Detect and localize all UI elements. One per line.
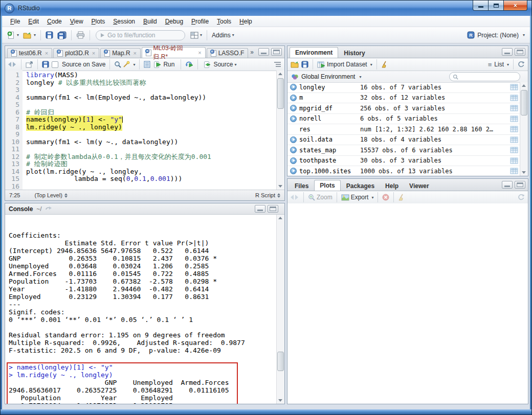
menu-item-debug[interactable]: Debug: [161, 17, 187, 26]
view-data-icon[interactable]: [510, 84, 519, 90]
open-file-dropdown-icon[interactable]: ▾: [34, 33, 36, 37]
console-popout-icon[interactable]: [45, 206, 52, 212]
code-text[interactable]: library(MASS)longley # 以多重共线性比较强而著称summa…: [23, 71, 276, 190]
environment-row[interactable]: top.1000.sites1000 obs. of 13 variables: [287, 166, 520, 176]
view-data-icon[interactable]: [510, 95, 519, 101]
code-editor[interactable]: 12345678910111213141516 library(MASS)lon…: [5, 71, 284, 190]
environment-row[interactable]: states_map15537 obs. of 6 variables: [287, 145, 520, 156]
plots-tab-packages[interactable]: Packages: [341, 181, 380, 191]
pane-minimize-button[interactable]: [255, 205, 265, 213]
clear-workspace-broom-icon[interactable]: [381, 61, 389, 68]
plots-tab-plots[interactable]: Plots: [314, 180, 340, 191]
tab-close-icon[interactable]: ×: [198, 50, 201, 56]
editor-tab[interactable]: LASSO.F: [207, 48, 249, 58]
environment-search-input[interactable]: [460, 73, 508, 80]
environment-tab-environment[interactable]: Environment: [290, 47, 338, 58]
list-view-dropdown-icon[interactable]: ▾: [507, 62, 509, 67]
environment-row[interactable]: resnum [1:2, 1:32] 2.62 160 2.88 160 2…: [287, 124, 520, 135]
menu-item-file[interactable]: File: [6, 17, 24, 26]
pane-maximize-button[interactable]: [268, 205, 278, 213]
addins-button[interactable]: Addins ▾: [210, 29, 236, 41]
menu-item-tools[interactable]: Tools: [213, 17, 235, 26]
load-workspace-icon[interactable]: [291, 61, 300, 68]
expand-object-icon[interactable]: [290, 157, 297, 164]
environment-tab-history[interactable]: History: [339, 48, 370, 58]
expand-object-icon[interactable]: [290, 168, 297, 174]
menu-item-session[interactable]: Session: [109, 17, 139, 26]
view-data-icon[interactable]: [510, 126, 519, 132]
pane-minimize-button[interactable]: [502, 181, 513, 189]
compile-report-icon[interactable]: [144, 61, 150, 68]
list-view-label[interactable]: List: [494, 61, 504, 68]
forward-icon[interactable]: [13, 62, 16, 67]
view-data-icon[interactable]: [510, 157, 519, 164]
scroll-up-icon[interactable]: [277, 71, 284, 77]
new-file-button[interactable]: ▾: [5, 29, 21, 41]
refresh-plot-icon[interactable]: [518, 194, 525, 201]
environment-search-box[interactable]: [449, 72, 520, 81]
environment-row[interactable]: m32 obs. of 12 variables: [287, 93, 520, 104]
find-icon[interactable]: [114, 61, 121, 68]
scope-selector[interactable]: (Top Level): [34, 192, 67, 198]
filetype-selector[interactable]: R Script: [255, 192, 280, 198]
pane-layout-button[interactable]: ▾: [188, 29, 204, 41]
import-dataset-label[interactable]: Import Dataset: [327, 61, 367, 68]
pane-maximize-button[interactable]: [515, 181, 525, 189]
tab-overflow-icon[interactable]: »: [250, 49, 254, 56]
project-selector[interactable]: R Project: (None) ▾: [467, 31, 527, 39]
menu-item-view[interactable]: View: [66, 17, 87, 26]
environment-scope-dropdown-icon[interactable]: ▾: [359, 75, 361, 79]
view-data-icon[interactable]: [510, 116, 519, 122]
goto-file-input[interactable]: Go to file/function: [96, 30, 185, 40]
tab-close-icon[interactable]: ×: [45, 50, 48, 56]
maximize-button[interactable]: [488, 1, 504, 11]
source-on-save-checkbox[interactable]: [52, 61, 58, 68]
editor-tab[interactable]: Map.R×: [100, 48, 141, 58]
scrollbar-thumb[interactable]: [277, 78, 284, 109]
editor-scrollbar[interactable]: [276, 71, 284, 190]
minimize-button[interactable]: [473, 1, 489, 11]
pane-minimize-button[interactable]: [502, 48, 513, 56]
environment-row[interactable]: mpgrid_df256 obs. of 3 variables: [287, 103, 520, 114]
code-tools-dropdown-icon[interactable]: ▾: [133, 62, 135, 67]
rerun-icon[interactable]: [185, 61, 193, 68]
menu-item-edit[interactable]: Edit: [24, 17, 43, 26]
pane-maximize-button[interactable]: [515, 48, 525, 56]
popout-icon[interactable]: [26, 61, 33, 68]
export-plot-button[interactable]: Export ▾: [341, 194, 374, 201]
next-plot-icon[interactable]: [295, 195, 298, 200]
expand-object-icon[interactable]: [290, 84, 297, 90]
expand-object-icon[interactable]: [290, 147, 297, 153]
back-icon[interactable]: [8, 62, 11, 67]
scroll-up-icon[interactable]: [520, 82, 527, 89]
menu-item-help[interactable]: Help: [235, 17, 256, 26]
remove-plot-icon[interactable]: [382, 194, 389, 201]
print-button[interactable]: [74, 29, 87, 41]
document-outline-icon[interactable]: [274, 61, 281, 67]
console-output[interactable]: Coefficients: Estimate Std. Error t valu…: [5, 215, 277, 404]
environment-scope-label[interactable]: Global Environment: [301, 73, 355, 80]
previous-plot-icon[interactable]: [291, 195, 294, 200]
scroll-down-icon[interactable]: [520, 169, 527, 176]
menu-item-code[interactable]: Code: [43, 17, 66, 26]
environment-row[interactable]: toothpaste30 obs. of 3 variables: [287, 156, 520, 167]
clear-plots-broom-icon[interactable]: [398, 194, 406, 201]
console-scrollbar[interactable]: [276, 215, 284, 404]
scrollbar-thumb[interactable]: [521, 90, 527, 116]
pane-layout-dropdown-icon[interactable]: ▾: [200, 33, 202, 37]
view-data-icon[interactable]: [510, 147, 519, 153]
pane-maximize-button[interactable]: [271, 48, 282, 56]
menu-item-plots[interactable]: Plots: [87, 17, 109, 26]
close-button[interactable]: ×: [503, 1, 527, 11]
scrollbar-thumb[interactable]: [277, 352, 284, 371]
view-data-icon[interactable]: [510, 136, 519, 143]
pane-minimize-button[interactable]: [258, 48, 269, 56]
scroll-up-icon[interactable]: [277, 215, 284, 221]
scroll-down-icon[interactable]: [277, 397, 284, 404]
plots-tab-help[interactable]: Help: [380, 181, 404, 191]
zoom-plot-button[interactable]: Zoom: [308, 194, 332, 201]
environment-scrollbar[interactable]: [520, 82, 528, 176]
save-all-button[interactable]: [55, 29, 69, 41]
source-button[interactable]: Source ▾: [202, 59, 238, 70]
view-data-icon[interactable]: [510, 168, 519, 174]
